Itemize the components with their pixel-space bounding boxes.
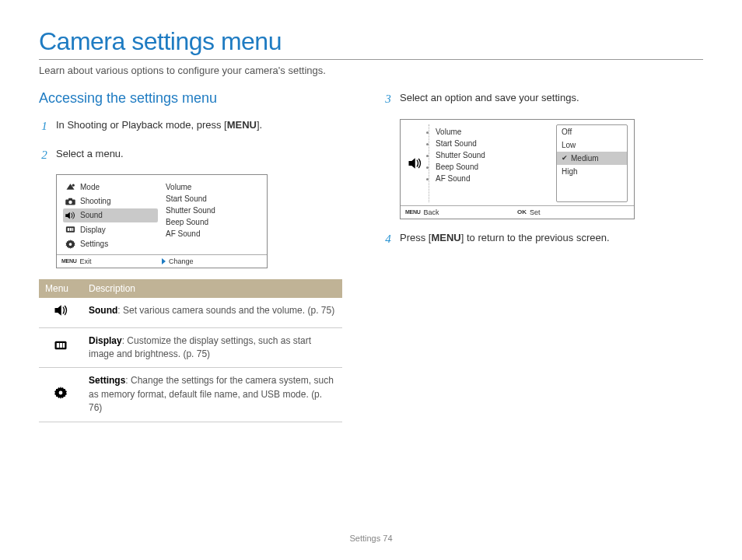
section-heading: Accessing the settings menu	[39, 90, 359, 107]
footer-menu-label: MENU	[61, 258, 76, 264]
option-label: Medium	[571, 154, 599, 163]
step-number: 3	[383, 90, 394, 108]
menu-item-sound[interactable]: Sound	[63, 208, 158, 222]
table-header-description: Description	[82, 279, 342, 298]
footer-change[interactable]: Change	[169, 257, 194, 265]
option-off[interactable]: Off	[557, 125, 627, 138]
menu-item-shooting[interactable]: Shooting	[63, 194, 158, 208]
footer-ok-label: OK	[517, 208, 527, 215]
sound-icon	[39, 298, 82, 327]
footer-page-number: 74	[383, 534, 392, 543]
menu-item-label: Shooting	[80, 197, 110, 205]
menu-button-label: MENU	[227, 119, 257, 131]
mode-icon	[65, 182, 75, 191]
menu-right-pane: Volume Start Sound Shutter Sound Beep So…	[166, 180, 261, 251]
option-submenu: Volume Start Sound Shutter Sound Beep So…	[429, 124, 550, 202]
column-left: Accessing the settings menu 1 In Shootin…	[39, 90, 359, 422]
gear-icon	[39, 368, 82, 422]
row-label: Display	[89, 335, 122, 346]
step-1: 1 In Shooting or Playback mode, press [M…	[39, 117, 359, 135]
step-4: 4 Press [MENU] to return to the previous…	[383, 230, 703, 248]
display-icon	[65, 225, 75, 234]
submenu-item[interactable]: AF Sound	[436, 173, 550, 184]
option-category-icon	[407, 124, 422, 202]
table-row: Sound: Set various camera sounds and the…	[39, 298, 342, 327]
step-4-text-post: ] to return to the previous screen.	[461, 232, 610, 243]
svg-rect-11	[60, 343, 62, 348]
step-1-text-pre: In Shooting or Playback mode, press [	[56, 119, 227, 131]
option-low[interactable]: Low	[557, 138, 627, 152]
step-3-text: Select an option and save your settings.	[400, 90, 579, 108]
svg-point-13	[59, 390, 63, 394]
step-2-text: Select a menu.	[56, 146, 124, 164]
row-text: : Set various camera sounds and the volu…	[117, 305, 334, 316]
menu-item-mode[interactable]: Mode	[63, 180, 158, 194]
menu-item-label: Settings	[80, 240, 108, 248]
display-icon	[39, 327, 82, 368]
svg-rect-2	[68, 198, 72, 200]
submenu-item[interactable]: Beep Sound	[166, 216, 261, 228]
submenu-item[interactable]: Volume	[166, 181, 261, 193]
submenu-item[interactable]: Start Sound	[166, 193, 261, 205]
page-footer: Settings 74	[0, 534, 742, 543]
title-rule	[39, 59, 703, 60]
checkmark-icon: ✔	[562, 154, 568, 162]
row-label: Settings	[89, 375, 125, 386]
footer-exit[interactable]: Exit	[79, 257, 91, 265]
step-3: 3 Select an option and save your setting…	[383, 90, 703, 108]
submenu-item[interactable]: Volume	[436, 126, 550, 138]
step-1-text-post: ].	[257, 119, 262, 131]
page-title: Camera settings menu	[39, 27, 703, 56]
submenu-item[interactable]: Shutter Sound	[166, 205, 261, 216]
svg-rect-6	[70, 229, 72, 232]
triangle-right-icon	[162, 258, 166, 264]
footer-menu-label: MENU	[405, 209, 420, 215]
screenshot-footer: MENUBack OKSet	[401, 205, 634, 219]
option-medium[interactable]: ✔Medium	[557, 152, 627, 165]
row-text: : Change the settings for the camera sys…	[89, 375, 334, 413]
menu-left-pane: Mode Shooting Sound	[63, 180, 158, 251]
submenu-item[interactable]: Start Sound	[436, 138, 550, 149]
intro-text: Learn about various options to configure…	[39, 65, 703, 76]
menu-button-label: MENU	[431, 232, 460, 243]
menu-item-label: Mode	[80, 183, 100, 191]
sound-icon	[65, 211, 75, 220]
menu-item-label: Display	[80, 226, 106, 234]
svg-point-3	[68, 200, 72, 203]
svg-rect-5	[68, 229, 70, 232]
screenshot-footer: MENUExit Change	[57, 254, 267, 268]
footer-section: Settings	[349, 534, 380, 543]
step-4-text-pre: Press [	[400, 232, 431, 243]
submenu-item[interactable]: AF Sound	[166, 228, 261, 240]
svg-rect-10	[57, 343, 59, 348]
menu-item-display[interactable]: Display	[63, 222, 158, 236]
row-label: Sound	[89, 305, 117, 316]
step-number: 2	[39, 146, 50, 164]
option-high[interactable]: High	[557, 165, 627, 178]
menu-item-settings[interactable]: Settings	[63, 236, 158, 250]
svg-rect-12	[63, 343, 65, 348]
footer-back[interactable]: Back	[423, 208, 439, 216]
step-2: 2 Select a menu.	[39, 146, 359, 164]
footer-set[interactable]: Set	[530, 208, 541, 216]
gear-icon	[65, 239, 75, 248]
option-value-box: Off Low ✔Medium High	[556, 124, 628, 202]
step-number: 4	[383, 230, 394, 248]
row-text: : Customize the display settings, such a…	[89, 335, 311, 359]
step-number: 1	[39, 117, 50, 135]
screenshot-menu: Mode Shooting Sound	[56, 174, 268, 268]
menu-item-label: Sound	[80, 211, 103, 219]
menu-description-table: Menu Description Sound: Set various came…	[39, 279, 342, 422]
svg-rect-7	[72, 229, 73, 232]
table-header-menu: Menu	[39, 279, 82, 298]
table-row: Display: Customize the display settings,…	[39, 327, 342, 368]
column-right: 3 Select an option and save your setting…	[383, 90, 703, 422]
camera-icon	[65, 196, 75, 205]
svg-point-0	[72, 184, 75, 187]
submenu-item[interactable]: Beep Sound	[436, 161, 550, 173]
screenshot-options: Volume Start Sound Shutter Sound Beep So…	[400, 119, 635, 219]
table-row: Settings: Change the settings for the ca…	[39, 368, 342, 422]
svg-point-8	[69, 243, 72, 246]
submenu-item[interactable]: Shutter Sound	[436, 149, 550, 161]
